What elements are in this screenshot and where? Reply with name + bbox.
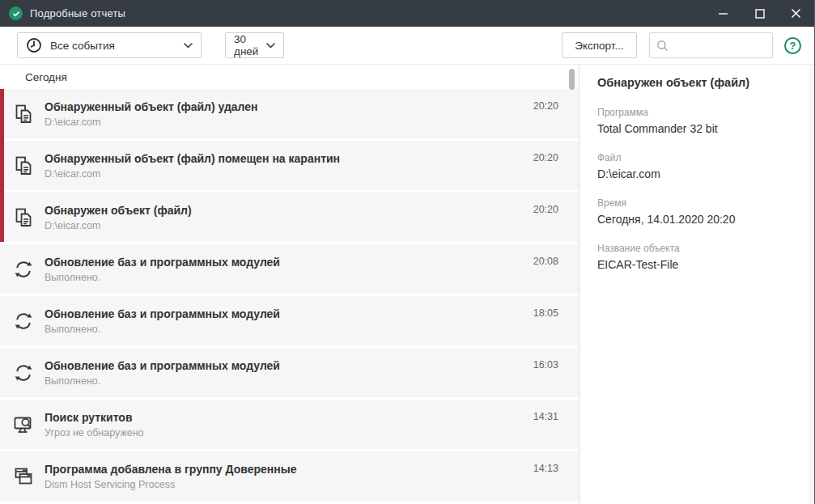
event-time: 14:13: [533, 463, 558, 474]
event-title: Обнаруженный объект (файл) помещен на ка…: [45, 152, 533, 165]
list-scrollbar-thumb[interactable]: [569, 69, 575, 90]
list-item-text: Поиск руткитов Угроз не обнаружено: [45, 411, 533, 438]
maximize-icon: [755, 9, 765, 19]
section-header-today: Сегодня: [0, 65, 579, 89]
event-subtitle: Выполнено.: [45, 272, 533, 283]
app-windows-icon: [11, 464, 36, 489]
list-item-text: Обновление баз и программных модулей Вып…: [45, 359, 533, 387]
field-label: Время: [597, 197, 793, 209]
reports-window: Подробные отчеты Все события 30 дней: [0, 0, 815, 504]
close-icon: [791, 8, 801, 19]
list-item-text: Обновление баз и программных модулей Вып…: [45, 256, 533, 283]
event-title: Обнаруженный объект (файл) удален: [45, 100, 533, 113]
titlebar: Подробные отчеты: [0, 0, 814, 27]
minimize-icon: [718, 8, 728, 19]
event-time: 18:05: [533, 307, 558, 319]
event-time: 20:08: [533, 256, 558, 267]
list-item[interactable]: Поиск руткитов Угроз не обнаружено 14:31: [0, 400, 579, 449]
list-item[interactable]: Обнаруженный объект (файл) помещен на ка…: [0, 141, 579, 190]
event-subtitle: Dism Host Servicing Process: [45, 479, 533, 490]
window-title: Подробные отчеты: [30, 7, 125, 19]
field-value: Total Commander 32 bit: [597, 122, 793, 135]
minimize-button[interactable]: [705, 0, 741, 27]
chevron-down-icon: [266, 43, 275, 49]
event-subtitle: Угроз не обнаружено: [45, 427, 533, 438]
file-copy-icon: [11, 205, 36, 230]
events-list: Сегодня Обнаруженный объект (файл) удале…: [0, 65, 579, 504]
list-item[interactable]: Обновление баз и программных модулей Вып…: [0, 244, 579, 294]
field-label: Название объекта: [597, 243, 793, 254]
help-button[interactable]: ?: [784, 37, 801, 54]
event-time: 14:31: [533, 411, 558, 422]
details-title: Обнаружен объект (файл): [597, 76, 793, 89]
file-copy-icon: [11, 102, 36, 126]
event-subtitle: Выполнено.: [45, 375, 533, 387]
events-filter-value: Все события: [50, 40, 115, 52]
event-time: 20:20: [533, 152, 558, 163]
event-title: Обновление баз и программных модулей: [45, 359, 533, 372]
refresh-icon: [11, 361, 36, 385]
events-filter-dropdown[interactable]: Все события: [17, 32, 202, 58]
field-value: Сегодня, 14.01.2020 20:20: [597, 213, 793, 226]
event-title: Обновление баз и программных модулей: [45, 256, 533, 269]
shield-check-icon: [9, 6, 23, 20]
details-panel: Обнаружен объект (файл) Программа Total …: [579, 65, 814, 504]
magnifier-icon: [656, 40, 669, 52]
list-item-text: Обнаруженный объект (файл) удален D:\eic…: [45, 100, 533, 128]
field-value: EICAR-Test-File: [597, 258, 793, 271]
file-copy-icon: [11, 154, 36, 178]
event-subtitle: D:\eicar.com: [45, 168, 533, 180]
event-title: Поиск руткитов: [45, 411, 533, 424]
event-title: Обновление баз и программных модулей: [45, 307, 533, 320]
details-field-time: Время Сегодня, 14.01.2020 20:20: [597, 197, 793, 226]
maximize-button[interactable]: [741, 0, 778, 27]
list-item[interactable]: Обновление баз и программных модулей Вып…: [0, 296, 579, 345]
export-button[interactable]: Экспорт...: [562, 32, 637, 58]
window-controls: [705, 0, 814, 27]
chevron-down-icon: [184, 43, 193, 49]
list-item-text: Обновление баз и программных модулей Вып…: [45, 307, 533, 335]
list-item[interactable]: Обнаруженный объект (файл) удален D:\eic…: [0, 89, 579, 138]
refresh-icon: [11, 257, 36, 282]
event-time: 16:03: [533, 359, 558, 371]
field-label: Файл: [597, 152, 793, 163]
field-label: Программа: [597, 107, 793, 118]
list-item-text: Обнаружен объект (файл) D:\eicar.com: [45, 204, 533, 231]
details-field-program: Программа Total Commander 32 bit: [597, 107, 793, 135]
details-field-file: Файл D:\eicar.com: [597, 152, 793, 180]
list-item[interactable]: Обновление баз и программных модулей Вып…: [0, 348, 579, 397]
list-item[interactable]: Обнаружен объект (файл) D:\eicar.com 20:…: [0, 193, 579, 242]
field-value: D:\eicar.com: [597, 167, 793, 180]
event-subtitle: Выполнено.: [45, 324, 533, 335]
event-time: 20:20: [533, 100, 558, 112]
details-scrollbar-track[interactable]: [809, 65, 813, 504]
event-subtitle: D:\eicar.com: [45, 116, 533, 128]
event-subtitle: D:\eicar.com: [45, 220, 533, 231]
list-item-text: Программа добавлена в группу Доверенные …: [45, 463, 533, 490]
event-time: 20:20: [533, 204, 558, 215]
rootkit-scan-icon: [11, 413, 36, 437]
details-field-object-name: Название объекта EICAR-Test-File: [597, 243, 793, 271]
list-item[interactable]: Программа добавлена в группу Доверенные …: [0, 451, 579, 501]
search-box[interactable]: [649, 32, 773, 58]
search-input[interactable]: [673, 39, 766, 53]
event-title: Программа добавлена в группу Доверенные: [45, 463, 533, 476]
list-item-text: Обнаруженный объект (файл) помещен на ка…: [45, 152, 533, 180]
refresh-icon: [11, 309, 36, 333]
close-button[interactable]: [778, 0, 814, 27]
event-title: Обнаружен объект (файл): [45, 204, 533, 217]
clock-icon: [26, 37, 42, 53]
toolbar: Все события 30 дней Экспорт... ?: [0, 27, 814, 65]
period-filter-value: 30 дней: [234, 33, 266, 57]
main-area: Сегодня Обнаруженный объект (файл) удале…: [0, 65, 814, 504]
period-filter-dropdown[interactable]: 30 дней: [225, 32, 284, 58]
